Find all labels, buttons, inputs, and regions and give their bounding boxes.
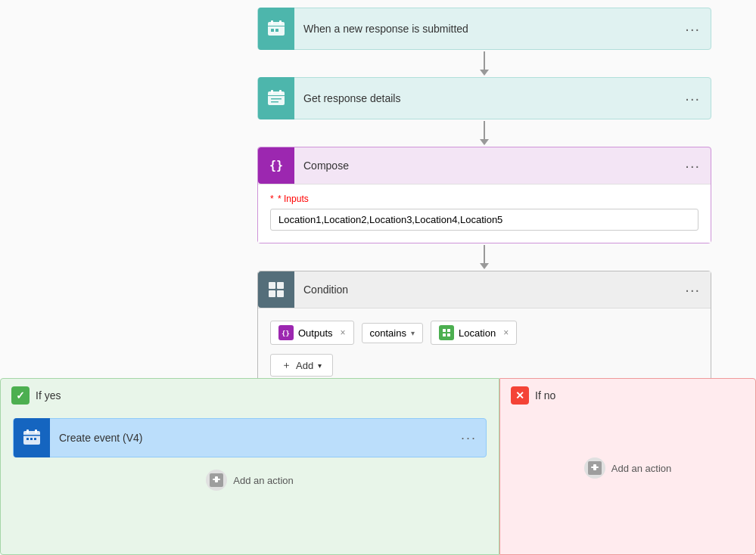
compose-menu[interactable]: ··· [674, 157, 711, 175]
compose-body: * * Inputs [258, 184, 711, 243]
branch-no-label: If no [535, 389, 555, 402]
trigger-menu[interactable]: ··· [674, 20, 711, 38]
svg-rect-11 [271, 101, 278, 103]
create-event-title: Create event (V4) [50, 432, 452, 444]
svg-rect-23 [26, 429, 29, 433]
branch-yes-header: ✓ If yes [1, 379, 499, 412]
connector-2 [257, 119, 711, 147]
trigger-node: When a new response is submitted ··· [257, 8, 711, 50]
location-chip[interactable]: Location × [431, 321, 517, 345]
svg-rect-27 [30, 438, 33, 440]
outputs-chip-close[interactable]: × [341, 327, 346, 338]
compose-input-label: * * Inputs [270, 194, 698, 204]
svg-rect-14 [277, 282, 284, 289]
svg-rect-7 [271, 90, 273, 94]
condition-row: {} Outputs × contains ▾ [270, 321, 698, 345]
svg-rect-13 [269, 282, 275, 289]
svg-rect-20 [443, 333, 446, 336]
condition-title: Condition [294, 284, 674, 296]
svg-rect-16 [277, 290, 284, 297]
outputs-chip[interactable]: {} Outputs × [270, 321, 354, 345]
split-area: ✓ If yes Create event (V4) [0, 378, 756, 555]
svg-rect-1 [271, 20, 273, 24]
svg-rect-25 [23, 435, 40, 436]
create-event-menu[interactable]: ··· [452, 430, 486, 446]
add-action-yes-label: Add an action [233, 475, 294, 486]
response-menu[interactable]: ··· [674, 90, 711, 107]
svg-rect-2 [279, 20, 282, 24]
plus-icon: ＋ [282, 358, 291, 372]
contains-dropdown[interactable]: contains ▾ [362, 323, 423, 343]
svg-rect-18 [443, 329, 446, 332]
add-button[interactable]: ＋ Add ▾ [270, 354, 333, 377]
canvas: When a new response is submitted ··· [0, 0, 756, 555]
svg-rect-19 [447, 329, 450, 332]
compose-title: Compose [294, 160, 674, 172]
branch-no-header: ✕ If no [500, 379, 755, 412]
outputs-chip-icon: {} [278, 325, 294, 340]
outputs-chip-label: Outputs [298, 327, 333, 339]
response-icon [258, 77, 294, 119]
add-action-icon-yes [206, 470, 227, 491]
condition-menu[interactable]: ··· [674, 281, 711, 299]
chevron-down-icon: ▾ [411, 329, 415, 337]
add-action-no-label: Add an action [611, 463, 672, 474]
compose-input[interactable] [270, 209, 698, 231]
compose-icon: {} [258, 147, 294, 184]
svg-rect-26 [26, 438, 29, 440]
compose-node: {} Compose ··· * * Inputs [257, 147, 711, 243]
trigger-icon [258, 8, 294, 50]
location-chip-label: Location [459, 327, 496, 339]
location-chip-icon [439, 325, 454, 340]
add-chevron-icon: ▾ [318, 361, 322, 370]
svg-rect-3 [268, 26, 285, 26]
svg-rect-9 [268, 95, 285, 96]
svg-text:{}: {} [282, 330, 290, 337]
add-action-no[interactable]: Add an action [500, 457, 755, 479]
condition-node: Condition ··· {} Outputs × contains [257, 271, 711, 389]
svg-rect-21 [447, 333, 450, 336]
compose-header: {} Compose ··· [258, 147, 711, 184]
svg-rect-8 [279, 90, 282, 94]
svg-rect-5 [275, 29, 278, 32]
create-event-icon [14, 418, 50, 457]
badge-no: ✕ [511, 386, 529, 405]
svg-rect-4 [271, 29, 274, 32]
svg-rect-34 [593, 464, 596, 470]
contains-label: contains [370, 327, 406, 339]
add-action-yes[interactable]: Add an action [1, 470, 499, 491]
connector-3 [257, 243, 711, 271]
condition-icon [258, 271, 294, 308]
badge-yes: ✓ [11, 386, 30, 405]
add-label: Add [296, 360, 313, 371]
trigger-title: When a new response is submitted [294, 23, 674, 35]
svg-rect-31 [215, 476, 218, 482]
response-node: Get response details ··· [257, 77, 711, 119]
create-event-card: Create event (V4) ··· [13, 418, 487, 457]
svg-rect-28 [34, 438, 36, 440]
branch-no: ✕ If no Add an action [499, 378, 756, 555]
add-action-icon-no [584, 457, 605, 479]
location-chip-close[interactable]: × [503, 327, 509, 338]
connector-1 [257, 50, 711, 77]
flow-area: When a new response is submitted ··· [257, 8, 711, 389]
svg-rect-10 [271, 98, 282, 100]
svg-text:{}: {} [269, 159, 283, 172]
branch-yes-label: If yes [36, 389, 61, 402]
svg-rect-24 [35, 429, 37, 433]
condition-body: {} Outputs × contains ▾ [258, 308, 711, 389]
condition-header: Condition ··· [258, 271, 711, 308]
response-title: Get response details [294, 92, 674, 104]
branch-yes: ✓ If yes Create event (V4) [0, 378, 499, 555]
svg-rect-15 [269, 290, 275, 297]
